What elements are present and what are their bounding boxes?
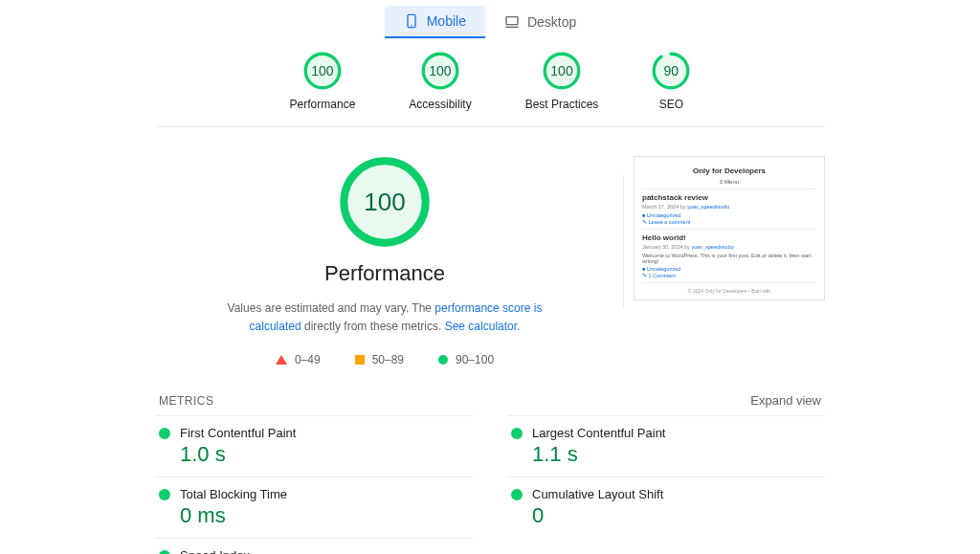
metric-name: Cumulative Layout Shift — [532, 487, 821, 501]
pass-icon — [159, 428, 170, 439]
tab-mobile[interactable]: Mobile — [385, 6, 485, 38]
metric-name: Speed Index — [180, 548, 469, 554]
circle-icon — [438, 355, 448, 365]
metric-row: Total Blocking Time 0 ms — [155, 476, 473, 538]
metric-row: Cumulative Layout Shift 0 — [507, 476, 825, 538]
device-tabs: Mobile Desktop — [155, 0, 825, 38]
gauge-icon: 90 — [652, 52, 690, 90]
legend-pass: 90–100 — [438, 353, 494, 366]
score-best-practices[interactable]: 100 Best Practices — [525, 52, 599, 111]
desktop-icon — [504, 14, 520, 30]
expand-view-toggle[interactable]: Expand view — [750, 393, 821, 408]
metric-name: Total Blocking Time — [180, 487, 469, 501]
svg-rect-2 — [506, 17, 518, 25]
legend-average: 50–89 — [355, 353, 404, 366]
score-accessibility[interactable]: 100 Accessibility — [409, 52, 471, 111]
hero-score: 100 — [339, 156, 431, 248]
page-thumbnail: Only for Developers ≡ Menu patchstack re… — [634, 156, 825, 300]
pass-icon — [511, 489, 523, 500]
hero-title: Performance — [324, 261, 445, 286]
metric-row: First Contentful Paint 1.0 s — [155, 415, 473, 476]
metric-name: First Contentful Paint — [180, 426, 469, 440]
metrics-heading: METRICS — [159, 394, 214, 408]
pass-icon — [511, 428, 523, 439]
link-see-calculator[interactable]: See calculator. — [445, 320, 521, 333]
pass-icon — [159, 550, 170, 554]
category-scores: 100 Performance 100 Accessibility 100 Be… — [155, 38, 825, 127]
mobile-icon — [404, 13, 419, 29]
metrics-grid: First Contentful Paint 1.0 s Largest Con… — [155, 415, 825, 554]
gauge-icon: 100 — [303, 52, 342, 90]
pass-icon — [159, 489, 170, 500]
divider — [623, 175, 624, 309]
score-performance[interactable]: 100 Performance — [290, 52, 356, 111]
triangle-icon — [276, 355, 287, 365]
gauge-icon: 100 — [421, 52, 459, 90]
metric-name: Largest Contentful Paint — [532, 426, 821, 440]
metric-row: Largest Contentful Paint 1.1 s — [507, 415, 825, 476]
metric-value: 0 ms — [180, 503, 469, 528]
gauge-icon: 100 — [543, 52, 581, 90]
metric-value: 1.0 s — [180, 442, 469, 467]
square-icon — [355, 355, 365, 365]
hero-description: Values are estimated and may vary. The p… — [222, 299, 547, 336]
score-seo[interactable]: 90 SEO — [652, 52, 690, 111]
metric-row: Speed Index 1.0 s — [155, 538, 473, 554]
tab-desktop-label: Desktop — [527, 14, 576, 30]
metric-value: 1.1 s — [532, 442, 821, 467]
hero-gauge: 100 — [339, 156, 431, 248]
legend-fail: 0–49 — [276, 353, 321, 366]
score-legend: 0–49 50–89 90–100 — [276, 353, 494, 366]
metric-value: 0 — [532, 503, 821, 528]
tab-mobile-label: Mobile — [427, 13, 466, 29]
tab-desktop[interactable]: Desktop — [485, 6, 595, 38]
